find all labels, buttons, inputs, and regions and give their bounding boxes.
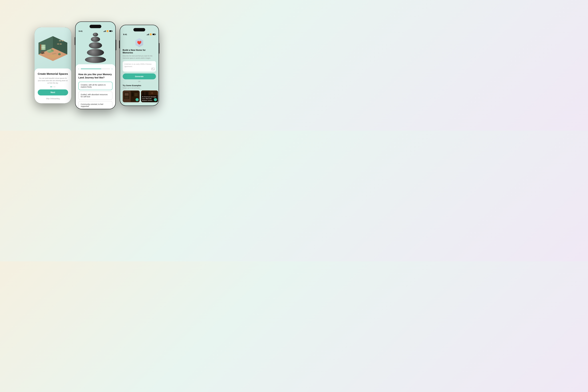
progress-bar <box>81 68 110 69</box>
progress-bar-fill <box>81 68 101 69</box>
right-title: Build a New Home for Memories <box>123 49 156 54</box>
or-text: OR <box>138 81 140 82</box>
option-button-1[interactable]: Creative, with all the options to explor… <box>78 82 112 90</box>
battery-icon <box>109 30 112 32</box>
example-1-next-button[interactable]: › <box>136 98 139 101</box>
phone-center-screen: 9:41 📶 <box>75 22 116 109</box>
right-status-bar: 9:41 📶 <box>120 32 158 36</box>
skip-onboarding-button[interactable]: Skip Onboarding <box>46 97 60 100</box>
center-status-bar: 9:41 📶 <box>76 28 115 33</box>
input-placeholder-text: A kitchen in an early 2000s Chinese apar… <box>124 63 154 68</box>
stone-4 <box>87 49 104 56</box>
dynamic-island <box>90 25 101 28</box>
center-time: 9:41 <box>79 30 82 32</box>
left-bottom-card: Create Memorial Spaces You can build bea… <box>34 68 71 103</box>
right-dynamic-island <box>134 28 145 32</box>
svg-rect-25 <box>134 93 138 96</box>
svg-point-33 <box>151 92 153 94</box>
hexagon-icon: ❤️ <box>135 38 144 47</box>
dot-1 <box>50 86 52 87</box>
memory-description-input[interactable]: A kitchen in an early 2000s Chinese apar… <box>123 61 156 72</box>
left-card-subtitle: You can build beautiful virtual spaces f… <box>38 77 68 84</box>
right-wifi-icon: 📶 <box>150 34 152 35</box>
phone-right-screen: 9:41 📶 ❤️ <box>120 25 159 106</box>
example-card-1[interactable]: › <box>123 90 140 102</box>
right-signal-icon <box>147 34 149 35</box>
question-text: How do you like your Memory Land Journey… <box>78 73 112 79</box>
svg-rect-6 <box>40 44 41 50</box>
signal-icon <box>104 30 106 32</box>
progress-dots <box>50 86 55 87</box>
right-content: ❤️ Build a New Home for Memories Describ… <box>120 36 158 106</box>
left-image-area <box>34 27 71 68</box>
heart-icon: ❤️ <box>137 40 142 45</box>
wifi-icon: 📶 <box>106 30 108 32</box>
center-image-area <box>76 33 115 64</box>
dot-3 <box>54 86 55 87</box>
examples-row: › An Amer <box>123 90 156 102</box>
phone-left: Create Memorial Spaces You can build bea… <box>34 27 71 103</box>
examples-subtitle: Swipe up to see prompts. <box>123 87 156 89</box>
stone-bottom <box>85 56 106 63</box>
phone-center: 9:41 📶 <box>75 22 116 109</box>
image-upload-icon[interactable] <box>152 68 155 70</box>
option-button-2[interactable]: Guided, with abundant resources for self… <box>78 92 112 100</box>
right-status-icons: 📶 <box>147 34 156 35</box>
svg-rect-24 <box>132 92 134 96</box>
stone-stack <box>85 33 106 63</box>
center-status-icons: 📶 <box>104 30 112 32</box>
right-subtitle: Describe the look and feel you want for … <box>123 55 156 59</box>
back-chevron-button[interactable]: ‹ <box>78 68 79 70</box>
phones-container: Create Memorial Spaces You can build bea… <box>42 22 154 109</box>
option-button-3[interactable]: Community-oriented, to feel supported <box>78 101 112 109</box>
right-battery-icon <box>152 34 156 35</box>
left-next-button[interactable]: Next <box>38 90 68 96</box>
or-divider: OR <box>123 81 156 82</box>
example-card-2[interactable]: An American teenager room filled with ai… <box>141 90 158 102</box>
examples-title: Try Some Examples <box>123 84 156 86</box>
svg-rect-21 <box>125 93 128 96</box>
right-time: 9:41 <box>123 33 127 36</box>
stone-top <box>93 33 98 36</box>
center-bottom-card: ‹ › How do you like your Memory Land Jou… <box>76 64 115 109</box>
example-2-next-button[interactable]: › <box>154 98 157 101</box>
progress-row: ‹ › <box>78 68 112 70</box>
generate-button[interactable]: Generate <box>123 74 156 79</box>
forward-chevron-button[interactable]: › <box>112 68 112 70</box>
hexagon-container: ❤️ <box>123 38 156 47</box>
stone-2 <box>91 37 100 42</box>
dot-2 <box>52 86 54 87</box>
stone-3 <box>89 42 102 49</box>
left-card-title: Create Memorial Spaces <box>38 72 68 76</box>
phone-left-screen: Create Memorial Spaces You can build bea… <box>34 27 71 103</box>
phone-right: 9:41 📶 ❤️ <box>120 25 159 106</box>
svg-rect-22 <box>125 96 128 99</box>
isometric-room-illustration <box>38 35 67 61</box>
svg-rect-13 <box>59 54 60 55</box>
